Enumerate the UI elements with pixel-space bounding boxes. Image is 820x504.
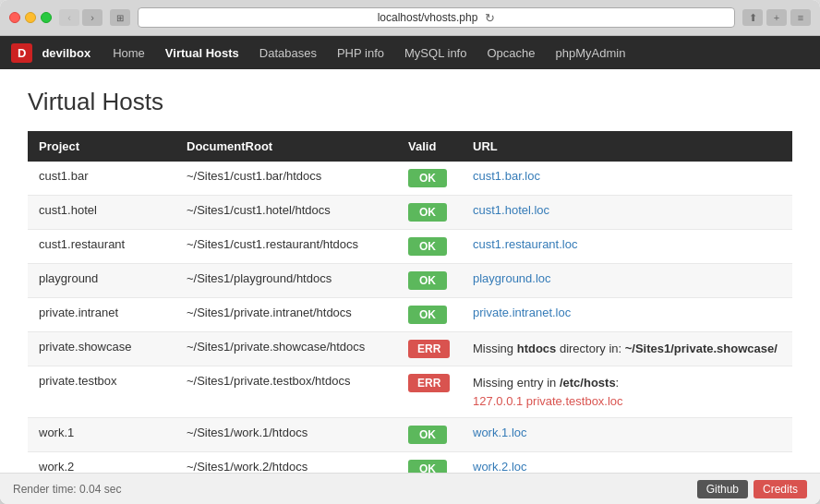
brand-name: devilbox [42, 46, 90, 60]
back-button[interactable]: ‹ [59, 9, 79, 26]
header-valid: Valid [397, 131, 462, 162]
devilbox-logo: D [11, 43, 32, 63]
cell-project: cust1.hotel [28, 196, 175, 230]
cell-project: cust1.restaurant [28, 230, 175, 264]
cell-valid: ERR [397, 366, 462, 418]
maximize-button[interactable] [41, 12, 52, 23]
cell-url: Missing htdocs directory in: ~/Sites1/pr… [462, 332, 792, 366]
cell-project: private.intranet [28, 298, 175, 332]
table-row: work.2~/Sites1/work.2/htdocsOKwork.2.loc [28, 452, 792, 474]
table-row: work.1~/Sites1/work.1/htdocsOKwork.1.loc [28, 418, 792, 452]
nav-opcache[interactable]: Opcache [477, 41, 544, 66]
status-badge: OK [408, 460, 447, 473]
minimize-button[interactable] [25, 12, 36, 23]
footer: Render time: 0.04 sec Github Credits [0, 473, 820, 504]
status-badge: ERR [408, 340, 450, 358]
cell-project: private.showcase [28, 332, 175, 366]
header-url: URL [462, 131, 792, 162]
cell-docroot: ~/Sites1/private.showcase/htdocs [175, 332, 397, 366]
reload-icon[interactable]: ↻ [485, 11, 495, 25]
credits-button[interactable]: Credits [754, 480, 807, 498]
cell-url: Missing entry in /etc/hosts:127.0.0.1 pr… [462, 366, 792, 418]
table-row: cust1.bar~/Sites1/cust1.bar/htdocsOKcust… [28, 162, 792, 196]
nav-buttons: ‹ › [59, 9, 102, 26]
page-title: Virtual Hosts [28, 88, 792, 116]
cell-project: private.testbox [28, 366, 175, 418]
cell-url: private.intranet.loc [462, 298, 792, 332]
status-badge: ERR [408, 374, 450, 392]
browser-window: ‹ › ⊞ localhost/vhosts.php ↻ ⬆ + ≡ D dev… [0, 0, 820, 504]
url-link[interactable]: cust1.hotel.loc [473, 203, 549, 217]
table-header-row: Project DocumentRoot Valid URL [28, 131, 792, 162]
url-link[interactable]: work.1.loc [473, 426, 527, 439]
status-badge: OK [408, 169, 447, 187]
address-text: localhost/vhosts.php [378, 11, 478, 24]
table-row: cust1.hotel~/Sites1/cust1.hotel/htdocsOK… [28, 196, 792, 230]
cell-docroot: ~/Sites1/private.intranet/htdocs [175, 298, 397, 332]
table-row: private.testbox~/Sites1/private.testbox/… [28, 366, 792, 418]
header-docroot: DocumentRoot [175, 131, 397, 162]
cell-url: work.2.loc [462, 452, 792, 474]
browser-actions: ⬆ + ≡ [742, 9, 811, 26]
table-row: playground~/Sites1/playground/htdocsOKpl… [28, 264, 792, 298]
table-row: cust1.restaurant~/Sites1/cust1.restauran… [28, 230, 792, 264]
cell-project: playground [28, 264, 175, 298]
status-badge: OK [408, 203, 447, 222]
cell-url: cust1.bar.loc [462, 162, 792, 196]
status-badge: OK [408, 426, 447, 444]
render-time: Render time: 0.04 sec [13, 483, 121, 496]
vhosts-table: Project DocumentRoot Valid URL cust1.bar… [28, 131, 792, 473]
cell-valid: OK [397, 298, 462, 332]
main-content: Virtual Hosts Project DocumentRoot Valid… [0, 69, 820, 473]
header-project: Project [28, 131, 175, 162]
footer-buttons: Github Credits [697, 480, 807, 498]
cell-docroot: ~/Sites1/work.2/htdocs [175, 452, 397, 474]
nav-vhosts[interactable]: Virtual Hosts [156, 41, 248, 66]
cell-valid: ERR [397, 332, 462, 366]
close-button[interactable] [9, 12, 20, 23]
url-link[interactable]: cust1.restaurant.loc [473, 237, 577, 251]
nav-phpinfo[interactable]: PHP info [328, 41, 393, 66]
nav-mysqlinfo[interactable]: MySQL info [395, 41, 476, 66]
cell-valid: OK [397, 196, 462, 230]
url-link[interactable]: cust1.bar.loc [473, 169, 540, 183]
address-bar[interactable]: localhost/vhosts.php ↻ [138, 7, 735, 28]
nav-databases[interactable]: Databases [250, 41, 326, 66]
status-badge: OK [408, 237, 447, 256]
cell-project: cust1.bar [28, 162, 175, 196]
new-tab-button[interactable]: + [766, 9, 787, 26]
share-button[interactable]: ⬆ [742, 9, 763, 26]
error-text: Missing entry in /etc/hosts:127.0.0.1 pr… [473, 376, 781, 410]
cell-docroot: ~/Sites1/playground/htdocs [175, 264, 397, 298]
traffic-lights [9, 12, 52, 23]
logo-letter: D [18, 46, 26, 60]
cell-valid: OK [397, 264, 462, 298]
cell-url: playground.loc [462, 264, 792, 298]
forward-button[interactable]: › [82, 9, 102, 26]
cell-valid: OK [397, 230, 462, 264]
cell-project: work.1 [28, 418, 175, 452]
window-button[interactable]: ⊞ [110, 9, 130, 26]
top-nav: D devilbox Home Virtual Hosts Databases … [0, 36, 820, 69]
nav-phpmyadmin[interactable]: phpMyAdmin [547, 41, 635, 66]
cell-docroot: ~/Sites1/cust1.bar/htdocs [175, 162, 397, 196]
cell-valid: OK [397, 418, 462, 452]
url-link[interactable]: work.2.loc [473, 460, 527, 473]
url-link[interactable]: playground.loc [473, 271, 551, 285]
cell-valid: OK [397, 452, 462, 474]
cell-docroot: ~/Sites1/cust1.restaurant/htdocs [175, 230, 397, 264]
cell-valid: OK [397, 162, 462, 196]
url-link[interactable]: private.intranet.loc [473, 306, 571, 319]
cell-docroot: ~/Sites1/private.testbox/htdocs [175, 366, 397, 418]
sidebar-toggle-button[interactable]: ≡ [790, 9, 811, 26]
github-button[interactable]: Github [697, 480, 748, 498]
nav-home[interactable]: Home [103, 41, 154, 66]
table-row: private.intranet~/Sites1/private.intrane… [28, 298, 792, 332]
table-row: private.showcase~/Sites1/private.showcas… [28, 332, 792, 366]
status-badge: OK [408, 271, 447, 290]
browser-titlebar: ‹ › ⊞ localhost/vhosts.php ↻ ⬆ + ≡ [0, 0, 820, 36]
cell-url: cust1.hotel.loc [462, 196, 792, 230]
cell-docroot: ~/Sites1/cust1.hotel/htdocs [175, 196, 397, 230]
cell-url: work.1.loc [462, 418, 792, 452]
error-text: Missing htdocs directory in: ~/Sites1/pr… [473, 342, 778, 355]
